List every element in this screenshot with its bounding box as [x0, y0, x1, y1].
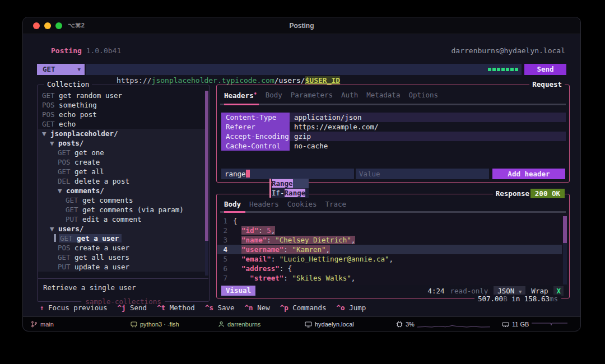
folder-name: comments/ — [66, 186, 104, 195]
send-button[interactable]: Send — [524, 64, 566, 75]
tree-folder-jsonplaceholder[interactable]: ▼ jsonplaceholder/ — [38, 129, 208, 138]
tab-body[interactable]: Body — [266, 91, 282, 100]
request-method: PUT — [58, 263, 75, 271]
request-name: delete a post — [75, 177, 129, 185]
token: "Lucio_Hettinger@annie.ca" — [280, 255, 389, 263]
tree-request-get-a-user[interactable]: GET get a user — [38, 234, 208, 243]
memory-sparkline — [532, 320, 567, 328]
keybinding-method[interactable]: ^t Method — [157, 304, 195, 312]
header-name-input[interactable]: range — [221, 169, 354, 179]
keybinding-save[interactable]: ^s Save — [205, 304, 235, 312]
token: { — [233, 217, 238, 225]
line-number: 5 — [217, 254, 233, 264]
tab-parameters[interactable]: Parameters — [291, 91, 333, 100]
collection-scrollbar[interactable] — [205, 91, 208, 276]
token: "email" — [241, 255, 271, 263]
tree-row-text: GET echo — [42, 120, 76, 128]
key-action-label: Save — [213, 304, 235, 312]
response-scrollbar[interactable] — [563, 216, 567, 284]
tree-folder-users[interactable]: ▼ users/ — [38, 224, 208, 234]
code-line-3: 3 "name": "Chelsey Dietrich", — [217, 235, 569, 245]
tree-request-update-a-user[interactable]: PUT update a user — [38, 262, 208, 272]
indent — [233, 226, 241, 235]
tree-folder-posts[interactable]: ▼ posts/ — [38, 138, 208, 148]
collection-scrollbar-thumb[interactable] — [205, 91, 208, 241]
key-action-label: New — [253, 304, 270, 312]
indent — [233, 236, 241, 244]
autocomplete-option-if-range[interactable]: If-Range — [272, 188, 309, 198]
http-method-select[interactable]: GET ▼ — [37, 64, 85, 75]
branch-name: main — [40, 321, 54, 328]
editor-mode-badge: Visual — [221, 286, 255, 296]
header-name-cell: Accept-Encoding — [221, 132, 290, 141]
tree-request-get-all[interactable]: GET get all — [38, 167, 208, 176]
tab-options[interactable]: Options — [408, 91, 438, 100]
tree-folder-comments[interactable]: ▼ comments/ — [38, 186, 208, 195]
response-panel-title: Response — [493, 189, 532, 198]
indent — [233, 264, 241, 273]
request-name: get comments (via param) — [82, 206, 184, 214]
header-name-cell: Content-Type — [221, 113, 290, 122]
autocomplete-option-range[interactable]: Range — [272, 179, 309, 188]
tab-body[interactable]: Body — [224, 200, 241, 208]
tree-row-text: PUT update a user — [58, 263, 129, 271]
tab-cookies[interactable]: Cookies — [287, 200, 317, 208]
tree-row-text: POS create a user — [58, 244, 129, 252]
key-combo: ^n — [245, 304, 253, 312]
tree-request-echo[interactable]: GET echo — [38, 119, 208, 129]
tree-request-echo-post[interactable]: POS echo post — [38, 110, 208, 119]
tab-headers[interactable]: Headers — [249, 200, 279, 208]
memory-value: 11 GB — [512, 321, 529, 328]
header-row[interactable]: Content-Typeapplication/json — [221, 113, 566, 122]
tree-row-text: PUT edit a comment — [66, 215, 141, 223]
tab-headers[interactable]: Headers• — [224, 91, 257, 100]
request-method: GET — [42, 120, 59, 128]
token: : — [267, 236, 275, 244]
url-input[interactable]: https://jsonplaceholder.typicode.com/use… — [86, 64, 522, 75]
tree-request-get-random-user[interactable]: GET get random user — [38, 91, 208, 100]
code-line-2: 2 "id": 5, — [217, 226, 569, 235]
tree-request-get-all-users[interactable]: GET get all users — [38, 253, 208, 262]
token: "Chelsey Dietrich" — [275, 236, 351, 244]
header-value-cell: gzip — [294, 132, 311, 141]
tree-request-delete-a-post[interactable]: DEL delete a post — [38, 176, 208, 186]
code-line-5: 5 "email": "Lucio_Hettinger@annie.ca", — [217, 254, 569, 264]
header-row[interactable]: Refererhttps://example.com/ — [221, 122, 566, 132]
window-titlebar[interactable]: ⌥⌘2 Posting — [23, 17, 580, 34]
window-title: Posting — [23, 22, 580, 30]
wrap-toggle[interactable]: X — [553, 286, 564, 296]
row-stripe — [290, 132, 566, 141]
keybinding-commands[interactable]: ^p Commands — [280, 304, 327, 312]
hostname: hydaelyn.local — [315, 321, 354, 328]
tab-trace[interactable]: Trace — [325, 200, 346, 208]
header-value-input[interactable]: Value — [356, 169, 489, 179]
keybinding-send[interactable]: ^j Send — [117, 304, 147, 312]
line-number: 1 — [217, 216, 233, 226]
chevron-down-icon: ▼ — [519, 289, 522, 295]
request-name: get a user — [77, 234, 119, 242]
tree-request-get-one[interactable]: GET get one — [38, 148, 208, 157]
tree-request-create-a-user[interactable]: POS create a user — [38, 243, 208, 253]
response-scrollbar-thumb[interactable] — [563, 216, 567, 243]
header-row[interactable]: Cache-Controlno-cache — [221, 141, 566, 151]
keybinding-new[interactable]: ^n New — [245, 304, 270, 312]
tab-auth[interactable]: Auth — [341, 91, 358, 100]
add-header-button[interactable]: Add header — [492, 169, 565, 179]
code-text: "id": 5, — [233, 226, 275, 235]
response-body-editor[interactable]: 1{2 "id": 5,3 "name": "Chelsey Dietrich"… — [217, 213, 569, 285]
request-method: GET — [58, 253, 75, 262]
header-value-cell: no-cache — [294, 141, 328, 151]
tree-request-something[interactable]: POS something — [38, 100, 208, 110]
tree-request-get-comments[interactable]: GET get comments — [38, 195, 208, 205]
language-select[interactable]: JSON ▼ — [494, 286, 525, 296]
keybinding-focus-previous[interactable]: ↑ Focus previous — [40, 304, 107, 312]
response-stats: 507.00B in 158.63ms — [474, 295, 561, 303]
header-row[interactable]: Accept-Encodinggzip — [221, 132, 566, 141]
tree-request-get-comments-via-param-[interactable]: GET get comments (via param) — [38, 205, 208, 214]
keybinding-jump[interactable]: ^o Jump — [337, 304, 366, 312]
tree-request-create[interactable]: POS create — [38, 157, 208, 167]
tab-metadata[interactable]: Metadata — [366, 91, 400, 100]
shell-name: python3 · -fish — [140, 321, 179, 328]
tree-request-edit-a-comment[interactable]: PUT edit a comment — [38, 214, 208, 224]
dropdown-cursor-bar — [269, 179, 271, 198]
